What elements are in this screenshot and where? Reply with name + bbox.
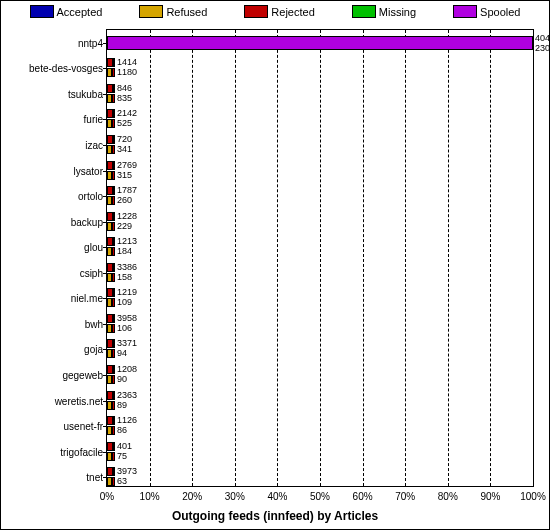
bar-segment — [112, 68, 115, 77]
x-axis-title: Outgoing feeds (innfeed) by Articles — [1, 509, 549, 523]
bar-segment — [113, 84, 115, 93]
y-tick-label: goja — [84, 344, 103, 355]
bar-value-bottom: 89 — [117, 400, 127, 410]
legend-swatch-refused — [139, 5, 163, 18]
bar-segment — [112, 452, 115, 461]
bar-value-top: 2363 — [117, 390, 137, 400]
bar-segment — [112, 324, 115, 333]
bar-segment — [113, 161, 115, 170]
bar-value-top: 401 — [117, 441, 132, 451]
bar-row: furie2142525 — [107, 107, 533, 133]
bar-segment — [113, 135, 115, 144]
y-tick-label: glou — [84, 242, 103, 253]
bar-value-bottom: 2305 — [535, 43, 550, 53]
y-tick-label: weretis.net — [55, 395, 103, 406]
bar-value-top: 1219 — [117, 287, 137, 297]
y-tick-label: ortolo — [78, 191, 103, 202]
bar-value-top: 1213 — [117, 236, 137, 246]
bar-value-top: 846 — [117, 83, 132, 93]
legend-swatch-missing — [352, 5, 376, 18]
bar-value-bottom: 109 — [117, 297, 132, 307]
bar-value-top: 1228 — [117, 211, 137, 221]
y-tick-label: gegeweb — [62, 369, 103, 380]
bar-segment — [112, 94, 115, 103]
bar-value-top: 720 — [117, 134, 132, 144]
bar-segment — [113, 365, 115, 374]
legend-label: Spooled — [480, 6, 520, 18]
bar-segment — [112, 375, 115, 384]
bar-segment — [112, 247, 115, 256]
y-tick-label: tsukuba — [68, 88, 103, 99]
y-tick-label: nntp4 — [78, 37, 103, 48]
y-tick-label: izac — [85, 139, 103, 150]
bar-segment — [112, 145, 115, 154]
y-tick-label: bete-des-vosges — [29, 63, 103, 74]
legend-label: Rejected — [271, 6, 314, 18]
bar-segment — [113, 467, 115, 476]
x-tick-label: 20% — [182, 491, 202, 502]
legend-label: Accepted — [57, 6, 103, 18]
bar-value-bottom: 341 — [117, 144, 132, 154]
bar-row: niel.me1219109 — [107, 286, 533, 312]
bar-segment — [113, 314, 115, 323]
bar-segment — [112, 477, 115, 486]
bar-value-top: 4045856 — [535, 33, 550, 43]
bar-row: csiph3386158 — [107, 260, 533, 286]
legend-item-missing: Missing — [352, 5, 416, 18]
legend: Accepted Refused Rejected Missing Spoole… — [1, 1, 549, 22]
bar-value-top: 2142 — [117, 108, 137, 118]
bar-row: bwh3958106 — [107, 311, 533, 337]
x-tick-label: 40% — [267, 491, 287, 502]
bar-value-bottom: 525 — [117, 118, 132, 128]
bar-value-top: 3386 — [117, 262, 137, 272]
bar-value-bottom: 184 — [117, 246, 132, 256]
bar-value-top: 1208 — [117, 364, 137, 374]
bar-segment — [113, 416, 115, 425]
bar-segment — [112, 222, 115, 231]
bar-segment — [112, 171, 115, 180]
bar-row: weretis.net236389 — [107, 388, 533, 414]
bar-segment — [112, 401, 115, 410]
bar-value-top: 3958 — [117, 313, 137, 323]
bar-value-bottom: 63 — [117, 476, 127, 486]
bar-value-bottom: 94 — [117, 348, 127, 358]
bar-value-top: 3973 — [117, 466, 137, 476]
y-tick-label: trigofacile — [60, 446, 103, 457]
bar-segment — [112, 273, 115, 282]
bar-row: lysator2769315 — [107, 158, 533, 184]
bar-row: nntp440458562305 — [107, 30, 533, 56]
legend-swatch-rejected — [244, 5, 268, 18]
bar-row: bete-des-vosges14141180 — [107, 56, 533, 82]
legend-item-refused: Refused — [139, 5, 207, 18]
x-tick-label: 50% — [310, 491, 330, 502]
bar-segment — [113, 109, 115, 118]
bar-value-bottom: 106 — [117, 323, 132, 333]
bar-value-bottom: 1180 — [117, 67, 137, 77]
y-tick-label: tnet — [86, 472, 103, 483]
bar-value-top: 1414 — [117, 57, 137, 67]
bar-value-bottom: 75 — [117, 451, 127, 461]
bar-segment — [113, 186, 115, 195]
bar-row: tsukuba846835 — [107, 81, 533, 107]
bar-segment — [112, 196, 115, 205]
bar-segment — [112, 119, 115, 128]
x-tick-label: 80% — [438, 491, 458, 502]
bar-value-bottom: 835 — [117, 93, 132, 103]
x-tick-label: 0% — [100, 491, 114, 502]
bar-row: glou1213184 — [107, 234, 533, 260]
legend-item-rejected: Rejected — [244, 5, 314, 18]
bar-value-bottom: 90 — [117, 374, 127, 384]
x-tick-label: 60% — [353, 491, 373, 502]
legend-item-accepted: Accepted — [30, 5, 103, 18]
y-tick-label: csiph — [80, 267, 103, 278]
bar-segment — [113, 339, 115, 348]
legend-swatch-spooled — [453, 5, 477, 18]
bar-segment — [113, 212, 115, 221]
bar-row: goja337194 — [107, 337, 533, 363]
bar-segment — [113, 442, 115, 451]
bar-segment — [113, 263, 115, 272]
bar-row: tnet397363 — [107, 464, 533, 490]
x-tick-label: 100% — [520, 491, 546, 502]
bar-row: usenet-fr112686 — [107, 413, 533, 439]
bar-value-top: 1787 — [117, 185, 137, 195]
